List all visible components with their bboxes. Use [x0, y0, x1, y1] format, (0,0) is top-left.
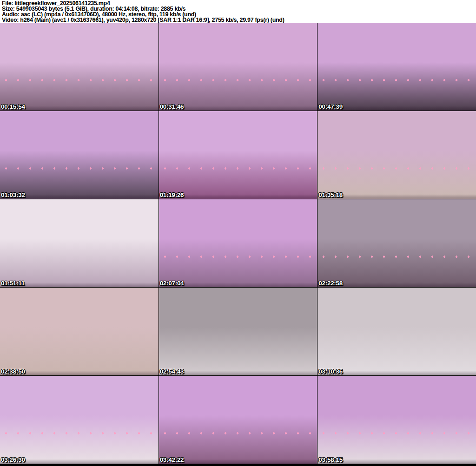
timestamp-overlay: 02:38:50 [1, 368, 25, 375]
thumbnail: 01:03:32 [0, 111, 159, 199]
timestamp-overlay: 01:35:18 [318, 191, 343, 198]
media-info-header: File: littlegreekflower_202506141235.mp4… [0, 0, 476, 23]
thumbnail-grid: 00:15:54 00:31:46 00:47:39 01:03:32 01:1… [0, 23, 476, 464]
thumbnail: 03:42:22 [159, 376, 317, 464]
thumbnail: 01:51:11 [0, 199, 159, 287]
timestamp-overlay: 02:54:43 [160, 368, 184, 375]
thumbnail: 02:22:58 [317, 199, 476, 287]
thumbnail: 02:54:43 [159, 288, 317, 375]
thumbnail: 02:38:50 [0, 288, 159, 375]
thumbnail: 01:35:18 [317, 111, 476, 199]
timestamp-overlay: 00:15:54 [1, 103, 25, 110]
timestamp-overlay: 01:19:26 [160, 191, 184, 198]
timestamp-overlay: 00:31:46 [160, 103, 184, 110]
timestamp-overlay: 01:51:11 [1, 280, 25, 287]
timestamp-overlay: 03:10:36 [318, 368, 343, 375]
timestamp-overlay: 01:03:32 [1, 191, 25, 198]
timestamp-overlay: 03:58:15 [318, 456, 343, 463]
thumbnail: 01:19:26 [159, 111, 317, 199]
timestamp-overlay: 02:07:04 [160, 280, 184, 287]
thumbnail: 03:58:15 [317, 376, 476, 464]
thumbnail: 00:15:54 [0, 23, 159, 111]
video-codec-line: Video: h264 (Main) (avc1 / 0x31637661), … [2, 17, 474, 23]
thumbnail: 00:31:46 [159, 23, 317, 111]
thumbnail: 00:47:39 [317, 23, 476, 111]
thumbnail: 03:26:30 [0, 376, 159, 464]
timestamp-overlay: 02:22:58 [318, 280, 343, 287]
thumbnail: 03:10:36 [317, 288, 476, 375]
thumbnail: 02:07:04 [159, 199, 317, 287]
timestamp-overlay: 03:26:30 [1, 456, 25, 463]
timestamp-overlay: 03:42:22 [160, 456, 184, 463]
timestamp-overlay: 00:47:39 [318, 103, 343, 110]
